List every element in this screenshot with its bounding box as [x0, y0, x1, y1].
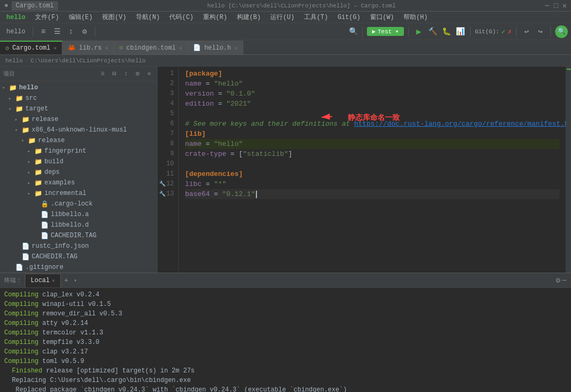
code-content[interactable]: [package] name = "hello" version = "0.1.…: [179, 67, 566, 273]
tree-label-cachedir-outer: CACHEDIR.TAG: [32, 253, 77, 260]
maximize-icon[interactable]: □: [554, 2, 558, 10]
sidebar-settings-icon[interactable]: ⚙: [133, 69, 142, 79]
term-line-6: Compiling tempfile v3.3.0: [4, 338, 567, 347]
tree-item-cachedir-inner[interactable]: ▸ 📄 CACHEDIR.TAG: [0, 230, 157, 241]
breadcrumb-hello[interactable]: hello: [5, 58, 23, 64]
run-play-btn[interactable]: ▶: [413, 26, 425, 38]
menu-item-run[interactable]: 运行(U): [266, 12, 299, 23]
terminal-tab-local-close[interactable]: ✕: [52, 277, 55, 284]
tree-item-gitignore[interactable]: ▸ 📄 .gitignore: [0, 262, 157, 273]
breadcrumb-path[interactable]: C:\Users\dell\CLionProjects\hello: [31, 58, 146, 64]
tab-cargo-toml[interactable]: ⚙ Cargo.toml ✕: [0, 41, 62, 54]
tab-hello-h-close[interactable]: ✕: [234, 45, 237, 51]
menu-item-code[interactable]: 代码(C): [165, 12, 198, 23]
terminal-output[interactable]: Compiling clap_lex v0.2.4 Compiling wina…: [0, 288, 571, 392]
tree-item-rustc-info[interactable]: ▸ 📄 rustc_info.json: [0, 241, 157, 251]
tree-item-x86[interactable]: ▾ 📁 x86_64-unknown-linux-musl: [0, 125, 157, 135]
run-btn[interactable]: ▶ Test ▾: [367, 27, 404, 36]
menu-item-window[interactable]: 窗口(W): [366, 12, 399, 23]
editor-area: 1 2 3 4 5 6 7 8 9 10 11 🔧 12 🔧 13: [158, 67, 571, 273]
toolbar-list-btn[interactable]: ☰: [51, 26, 63, 38]
tree-item-src[interactable]: ▸ 📁 src: [0, 93, 157, 104]
terminal-dropdown-btn[interactable]: ▾: [71, 277, 79, 284]
debug-btn[interactable]: 🐛: [440, 26, 452, 38]
tree-item-cachedir-outer[interactable]: ▸ 📄 CACHEDIR.TAG: [0, 251, 157, 262]
tree-label-cargo-lock-inner: .cargo-lock: [51, 200, 93, 208]
sidebar-hide-icon[interactable]: «: [144, 69, 154, 79]
tree-arrow-cachedir-inner: ▸: [34, 233, 40, 239]
terminal-minimize-btn[interactable]: ─: [563, 276, 567, 285]
tree-arrow-target: ▾: [8, 106, 15, 112]
code-line-11: [dependencies]: [185, 169, 559, 179]
tree-label-fingerprint: fingerprint: [44, 147, 86, 155]
menu-item-nav[interactable]: 导航(N): [132, 12, 164, 23]
tree-item-incremental[interactable]: ▸ 📁 incremental: [0, 188, 157, 199]
sidebar-list-icon[interactable]: ≡: [98, 69, 107, 79]
sidebar-columns-icon[interactable]: ⊟: [109, 69, 119, 79]
tab-hello-h[interactable]: 📄 hello.h ✕: [188, 41, 243, 54]
tab-cbindgen-close[interactable]: ✕: [179, 45, 182, 51]
menu-item-refactor[interactable]: 重构(R): [199, 12, 232, 23]
build-folder-icon: 📁: [34, 158, 42, 166]
menu-item-tools[interactable]: 工具(T): [300, 12, 333, 23]
code-line-5: [185, 109, 559, 119]
menu-item-file[interactable]: 文件(F): [31, 12, 63, 23]
menu-item-hello[interactable]: hello: [2, 13, 30, 22]
tree-item-target[interactable]: ▾ 📁 target: [0, 104, 157, 114]
tab-cargo-toml-close[interactable]: ✕: [53, 45, 57, 51]
minimize-icon[interactable]: ─: [545, 2, 549, 10]
git-x-icon[interactable]: ✗: [508, 27, 512, 36]
tab-cargo-toml-icon: ⚙: [5, 44, 9, 52]
tab-lib-rs[interactable]: 🦀 lib.rs ✕: [62, 41, 114, 54]
undo-btn[interactable]: ↩: [521, 26, 532, 38]
menu-item-build[interactable]: 构建(B): [233, 12, 265, 23]
code-line-1: [package]: [185, 69, 559, 79]
sidebar-title: 项目: [3, 70, 96, 78]
x86-folder-icon: 📁: [21, 126, 30, 134]
toolbar-settings-btn[interactable]: ⚙: [79, 26, 90, 38]
menu-item-view[interactable]: 视图(V): [98, 12, 131, 23]
tab-cargo-toml-title[interactable]: Cargo.toml: [12, 1, 58, 11]
tree-item-fingerprint[interactable]: ▸ 📁 fingerprint: [0, 146, 157, 156]
window-controls: ─ □ ✕: [545, 1, 567, 10]
term-line-5: Compiling termcolor v1.1.3: [4, 328, 567, 338]
git-label: Git(G):: [475, 29, 499, 35]
tree-item-libbello-a[interactable]: ▸ 📄 libbello.a: [0, 209, 157, 220]
search-everywhere-btn[interactable]: 🔍: [555, 25, 568, 38]
tree-item-release-top[interactable]: ▸ 📁 release: [0, 114, 157, 125]
toolbar-project-btn[interactable]: ≡: [38, 26, 49, 38]
terminal-add-btn[interactable]: +: [61, 276, 71, 285]
fingerprint-folder-icon: 📁: [34, 147, 42, 155]
tab-lib-rs-close[interactable]: ✕: [105, 45, 108, 51]
toolbar-sort-btn[interactable]: ↕: [65, 26, 77, 38]
menu-item-help[interactable]: 帮助(H): [399, 12, 432, 23]
tree-item-libbello-d[interactable]: ▸ 📄 libbello.d: [0, 220, 157, 230]
git-check-icon[interactable]: ✓: [501, 27, 505, 36]
build-btn[interactable]: 🔨: [427, 26, 438, 38]
close-icon[interactable]: ✕: [563, 1, 567, 10]
tree-item-deps[interactable]: ▸ 📁 deps: [0, 167, 157, 178]
terminal-tab-local[interactable]: Local ✕: [25, 274, 61, 287]
tab-lib-rs-label: lib.rs: [79, 44, 102, 52]
tree-item-release-inner[interactable]: ▾ 📁 release: [0, 135, 157, 146]
tree-arrow-cachedir-outer: ▸: [15, 254, 21, 260]
redo-btn[interactable]: ↪: [535, 26, 546, 38]
menu-item-edit[interactable]: 编辑(E): [65, 12, 97, 23]
main-layout: 项目 ≡ ⊟ ↕ ⚙ « ▾ 📁 hello ▸ 📁 src ▾ 📁: [0, 67, 571, 273]
terminal-settings-btn[interactable]: ⚙: [556, 276, 560, 285]
tree-label-cachedir-inner: CACHEDIR.TAG: [51, 232, 96, 239]
tab-cbindgen-toml[interactable]: ⚙ cbindgen.toml ✕: [114, 41, 188, 54]
tree-arrow-gitignore: ▸: [8, 265, 15, 270]
toolbar-search-btn[interactable]: 🔍: [349, 27, 358, 36]
tree-item-hello[interactable]: ▾ 📁 hello: [0, 82, 157, 93]
term-line-1: Compiling clap_lex v0.2.4: [4, 290, 567, 300]
tree-arrow-cargo-lock-inner: ▸: [34, 201, 40, 207]
menu-item-git[interactable]: Git(G): [334, 13, 365, 22]
tree-item-cargo-lock-inner[interactable]: ▸ 🔒 .cargo-lock: [0, 199, 157, 209]
sidebar-sort-icon[interactable]: ↕: [121, 69, 131, 79]
editor-vscroll[interactable]: [566, 67, 571, 273]
tree-item-examples[interactable]: ▸ 📁 examples: [0, 178, 157, 188]
tree-item-build[interactable]: ▸ 📁 build: [0, 156, 157, 167]
coverage-btn[interactable]: 📊: [454, 26, 466, 38]
tree-label-release-top: release: [32, 116, 58, 123]
